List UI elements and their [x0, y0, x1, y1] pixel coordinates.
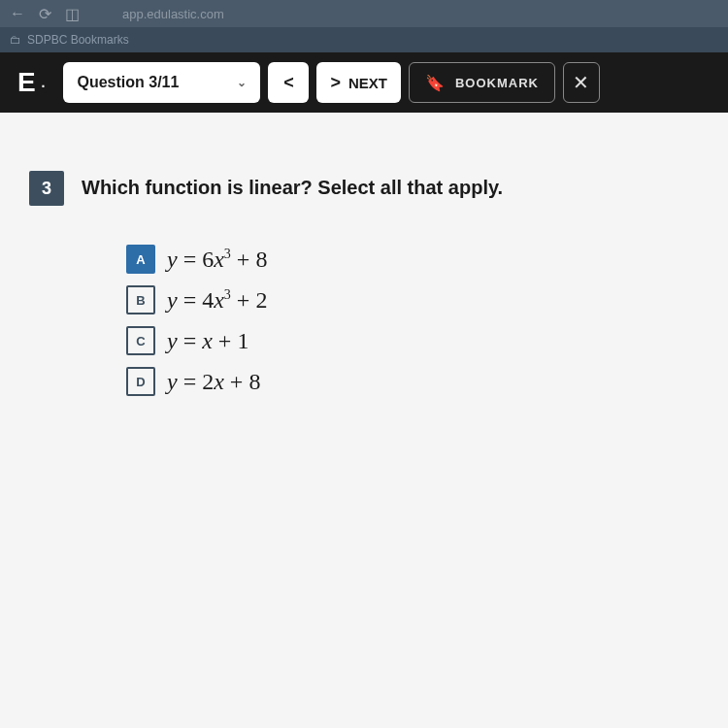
browser-chrome: ← ⟳ ◫ app.edulastic.com: [0, 0, 728, 27]
choice-b[interactable]: B y = 4x3 + 2: [126, 285, 699, 314]
question-number: 3: [29, 171, 64, 206]
choice-text: y = 6x3 + 8: [167, 247, 267, 273]
choice-letter: B: [126, 285, 155, 314]
choice-letter: C: [126, 326, 155, 355]
bookmark-icon: 🔖: [425, 74, 446, 92]
choice-c[interactable]: C y = x + 1: [126, 326, 699, 355]
next-label: NEXT: [348, 75, 387, 91]
folder-icon: 🗀: [10, 33, 21, 47]
choice-text: y = x + 1: [167, 328, 248, 354]
send-icon[interactable]: ◫: [65, 5, 80, 23]
question-selector-label: Question 3/11: [77, 74, 179, 91]
choice-letter: A: [126, 245, 155, 274]
close-button[interactable]: ✕: [563, 62, 600, 103]
content-area: 3 Which function is linear? Select all t…: [0, 113, 728, 728]
back-icon[interactable]: ←: [10, 5, 25, 22]
reload-icon[interactable]: ⟳: [39, 5, 51, 23]
choice-a[interactable]: A y = 6x3 + 8: [126, 245, 699, 274]
app-logo: E ·: [8, 67, 55, 98]
choice-d[interactable]: D y = 2x + 8: [126, 367, 699, 396]
url-hint: app.edulastic.com: [122, 7, 224, 21]
question-selector[interactable]: Question 3/11 ⌄: [63, 62, 260, 103]
bookmark-folder[interactable]: SDPBC Bookmarks: [27, 33, 129, 47]
next-button[interactable]: > NEXT: [316, 62, 401, 103]
choices-list: A y = 6x3 + 8 B y = 4x3 + 2 C y = x + 1 …: [126, 245, 699, 396]
app-toolbar: E · Question 3/11 ⌄ < > NEXT 🔖 BOOKMARK …: [0, 52, 728, 113]
close-icon: ✕: [573, 71, 589, 94]
choice-text: y = 4x3 + 2: [167, 287, 267, 314]
chevron-right-icon: >: [330, 73, 341, 93]
bookmarks-bar: 🗀 SDPBC Bookmarks: [0, 27, 728, 52]
question-text: Which function is linear? Select all tha…: [82, 171, 503, 199]
choice-letter: D: [126, 367, 155, 396]
question-block: 3 Which function is linear? Select all t…: [29, 171, 699, 206]
prev-button[interactable]: <: [268, 62, 309, 103]
bookmark-button[interactable]: 🔖 BOOKMARK: [409, 62, 555, 103]
chevron-down-icon: ⌄: [237, 76, 247, 89]
choice-text: y = 2x + 8: [167, 369, 260, 395]
bookmark-label: BOOKMARK: [455, 76, 539, 90]
